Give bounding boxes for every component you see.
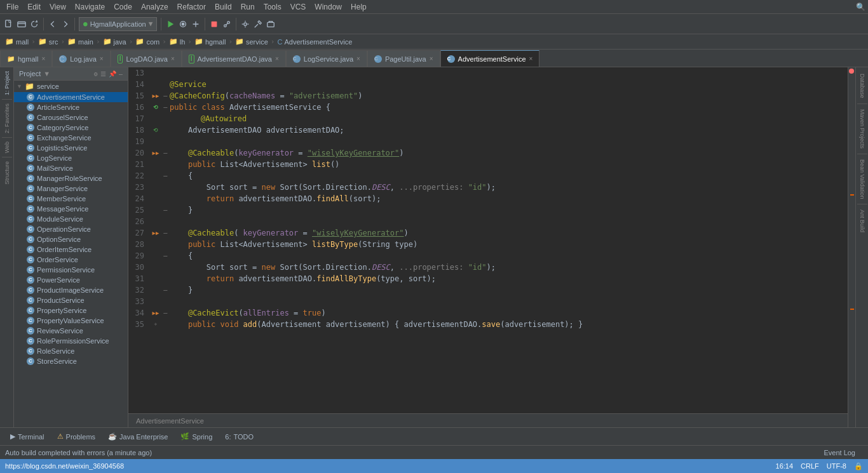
right-panel-maven[interactable]: Maven Projects — [858, 105, 867, 152]
menu-edit[interactable]: Edit — [24, 1, 44, 13]
fold-20[interactable]: − — [161, 147, 170, 159]
tab-advdao[interactable]: I AdvertisementDAO.java × — [182, 50, 286, 67]
breadcrumb-com[interactable]: 📁 com — [135, 37, 159, 46]
tree-item-productimageservice[interactable]: C ProductImageService — [14, 285, 128, 295]
search-everywhere-icon[interactable]: 🔍 — [856, 3, 865, 11]
sidebar-item-web[interactable]: Web — [2, 139, 12, 156]
fold-22[interactable]: − — [161, 170, 170, 182]
breadcrumb-java[interactable]: 📁 java — [103, 37, 126, 46]
right-panel-bean[interactable]: Bean Validation — [858, 156, 867, 203]
menu-navigate[interactable]: Navigate — [71, 1, 109, 13]
tools-icon[interactable] — [253, 19, 263, 29]
sidebar-item-favorites[interactable]: 2: Favorites — [2, 101, 12, 136]
tab-pageutil[interactable]: C PageUtil.java × — [367, 50, 440, 67]
tree-item-exchangeservice[interactable]: C ExchangeService — [14, 133, 128, 143]
tab-close-logdao[interactable]: × — [171, 55, 175, 62]
breadcrumb-src[interactable]: 📁 src — [38, 37, 58, 46]
tab-close-advservice[interactable]: × — [529, 55, 533, 62]
attach-icon[interactable] — [222, 19, 232, 29]
fold-16[interactable]: − — [161, 102, 170, 113]
tree-item-optionservice[interactable]: C OptionService — [14, 234, 128, 244]
breadcrumb-hgmall[interactable]: 📁 hgmall — [194, 37, 226, 46]
tab-advservice[interactable]: C AdvertisementService × — [440, 50, 540, 67]
tab-close-hgmall[interactable]: × — [41, 55, 45, 62]
fold-32[interactable]: − — [161, 284, 170, 296]
right-panel-database[interactable]: Database — [858, 70, 867, 102]
sidebar-item-project[interactable]: 1: Project — [2, 69, 12, 98]
tree-service-folder[interactable]: ▼ 📁 service — [14, 81, 128, 92]
tree-item-reviewservice[interactable]: C ReviewService — [14, 326, 128, 336]
tree-item-memberservice[interactable]: C MemberService — [14, 194, 128, 204]
bottom-tab-terminal[interactable]: ▶ Terminal — [5, 431, 50, 442]
tree-item-orderitemservice[interactable]: C OrderItemService — [14, 244, 128, 255]
tab-close-log[interactable]: × — [100, 55, 104, 62]
tab-close-advdao[interactable]: × — [275, 55, 279, 62]
bottom-tab-todo[interactable]: 6: TODO — [220, 431, 259, 442]
tab-logservice[interactable]: C LogService.java × — [286, 50, 367, 67]
breadcrumb-mall[interactable]: 📁 mall — [5, 37, 29, 46]
debug-icon[interactable] — [178, 19, 188, 29]
tree-item-rolepermissionservice[interactable]: C RolePermissionService — [14, 336, 128, 346]
tree-item-logservice[interactable]: C LogService — [14, 153, 128, 163]
tab-logdao[interactable]: I LogDAO.java × — [111, 50, 182, 67]
tree-item-logisticsservice[interactable]: C LogisticsService — [14, 143, 128, 153]
project-settings-icon[interactable]: ⚙ — [94, 70, 98, 77]
tree-item-managerservice[interactable]: C ManagerService — [14, 183, 128, 194]
tree-item-roleservice[interactable]: C RoleService — [14, 346, 128, 356]
code-area[interactable]: 13 14 @Service 15 ▶▶ — [128, 67, 848, 413]
menu-refactor[interactable]: Refactor — [173, 1, 210, 13]
tree-item-carouselservice[interactable]: C CarouselService — [14, 112, 128, 123]
tree-item-storeservice[interactable]: C StoreService — [14, 356, 128, 366]
forward-icon[interactable] — [60, 19, 71, 29]
menu-analyze[interactable]: Analyze — [137, 1, 172, 13]
stop-icon[interactable] — [209, 19, 219, 29]
breadcrumb-lh[interactable]: 📁 lh — [169, 37, 186, 46]
tree-item-propertyservice[interactable]: C PropertyService — [14, 305, 128, 316]
run-icon[interactable] — [165, 19, 175, 29]
menu-window[interactable]: Window — [311, 1, 346, 13]
menu-file[interactable]: File — [3, 1, 22, 13]
sync-icon[interactable] — [29, 19, 39, 29]
status-encoding[interactable]: UTF-8 — [827, 462, 846, 470]
fold-34[interactable]: − — [161, 307, 170, 319]
tree-item-managerroleservice[interactable]: C ManagerRoleService — [14, 173, 128, 183]
tree-item-productservice[interactable]: C ProductService — [14, 295, 128, 305]
bottom-tab-javaenterprise[interactable]: ☕ Java Enterprise — [103, 431, 173, 442]
tree-item-mailservice[interactable]: C MailService — [14, 163, 128, 173]
tree-item-propertyvalueservice[interactable]: C PropertyValueService — [14, 316, 128, 326]
tree-item-orderservice[interactable]: C OrderService — [14, 255, 128, 265]
tree-item-permissionservice[interactable]: C PermissionService — [14, 265, 128, 275]
tree-item-powerservice[interactable]: C PowerService — [14, 275, 128, 285]
tree-item-articleservice[interactable]: C ArticleService — [14, 102, 128, 112]
menu-vcs[interactable]: VCS — [287, 1, 310, 13]
tree-item-moduleservice[interactable]: C ModuleService — [14, 214, 128, 224]
sdk-icon[interactable] — [266, 19, 276, 29]
breadcrumb-advservice[interactable]: C AdvertisementService — [277, 38, 352, 46]
right-panel-ant[interactable]: Ant Build — [858, 206, 867, 236]
run-config-dropdown[interactable]: ● HgmallApplication ▼ — [79, 17, 157, 31]
tab-close-pageutil[interactable]: × — [430, 55, 433, 62]
bottom-tab-problems[interactable]: ⚠ Problems — [52, 431, 100, 442]
open-icon[interactable] — [17, 19, 27, 29]
breadcrumb-main[interactable]: 📁 main — [67, 37, 93, 46]
fold-27[interactable]: − — [161, 227, 170, 239]
fold-25[interactable]: − — [161, 204, 170, 216]
settings-icon[interactable] — [240, 19, 250, 29]
status-position[interactable]: 16:14 — [776, 462, 794, 470]
menu-view[interactable]: View — [46, 1, 70, 13]
fold-15[interactable]: − — [161, 90, 170, 102]
tab-log[interactable]: C Log.java × — [52, 50, 110, 67]
project-close-icon[interactable]: — — [119, 70, 123, 77]
tree-item-advertisementservice[interactable]: C AdvertisementService — [14, 92, 128, 102]
menu-tools[interactable]: Tools — [260, 1, 285, 13]
breadcrumb-service[interactable]: 📁 service — [235, 37, 268, 46]
menu-help[interactable]: Help — [347, 1, 370, 13]
bottom-tab-spring[interactable]: 🌿 Spring — [175, 431, 217, 442]
project-pin-icon[interactable]: 📌 — [109, 70, 116, 77]
new-file-icon[interactable] — [4, 19, 14, 29]
event-log-link[interactable]: Event Log — [824, 449, 855, 456]
sidebar-item-structure[interactable]: Structure — [2, 159, 12, 187]
status-crlf[interactable]: CRLF — [801, 462, 819, 470]
tab-hgmall[interactable]: 📁 hgmall × — [0, 50, 52, 67]
project-layout-icon[interactable]: ☰ — [100, 70, 106, 77]
